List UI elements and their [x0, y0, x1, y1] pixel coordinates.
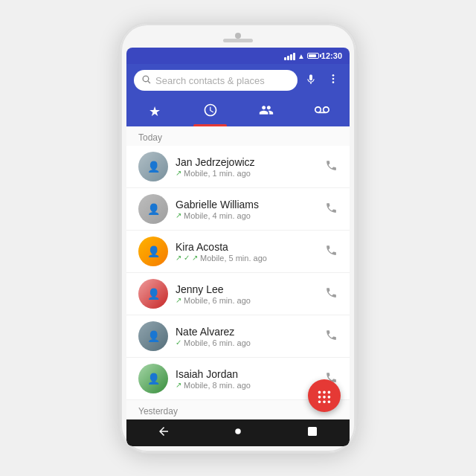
call-button[interactable] [322, 283, 341, 305]
section-label-today: Today [126, 126, 350, 146]
tab-contacts[interactable] [238, 97, 294, 126]
tab-favorites[interactable]: ★ [126, 97, 182, 126]
svg-point-0 [143, 76, 149, 82]
tabs-bar: ★ [126, 97, 350, 126]
contact-detail: ↗ Mobile, 6 min. ago [176, 296, 315, 305]
call-button[interactable] [322, 156, 341, 178]
svg-point-4 [332, 81, 335, 83]
svg-point-2 [332, 74, 335, 77]
call-arrow-icon: ↗ [176, 381, 181, 389]
svg-point-3 [332, 78, 335, 80]
svg-point-5 [235, 428, 241, 434]
contact-detail: ↗ Mobile, 8 min. ago [176, 381, 315, 390]
status-time: 12:30 [321, 51, 342, 60]
recents-icon [203, 103, 218, 121]
call-arrow-icon: ↗ [176, 296, 181, 304]
svg-line-1 [148, 81, 150, 83]
search-input-wrapper[interactable]: Search contacts & places [134, 70, 298, 91]
list-item[interactable]: 👤 Kira Acosta ↗ ✓ ↗ Mobile, 5 min. ago [126, 231, 350, 273]
tab-recents[interactable] [182, 97, 238, 126]
contact-info: Jenny Lee ↗ Mobile, 6 min. ago [176, 283, 315, 305]
more-options-button[interactable] [324, 71, 342, 89]
phone-device: ▲ 12:30 Search contacts & places [119, 22, 357, 454]
search-bar: Search contacts & places [126, 64, 350, 97]
contact-info: Jan Jedrzejowicz ↗ Mobile, 1 min. ago [176, 156, 315, 178]
contact-detail: ↗ ✓ ↗ Mobile, 5 min. ago [176, 254, 315, 263]
phone-speaker [223, 39, 253, 42]
contact-info: Nate Alvarez ✓ Mobile, 6 min. ago [176, 326, 315, 347]
avatar: 👤 [138, 364, 168, 393]
signal-icon [284, 51, 295, 60]
content-area: Today 👤 Jan Jedrzejowicz ↗ Mobile, 1 min… [126, 126, 350, 419]
call-outgoing-icon2: ↗ [192, 254, 198, 262]
check-icon: ✓ [176, 338, 181, 347]
contact-detail: ✓ Mobile, 6 min. ago [176, 338, 315, 347]
battery-icon [307, 53, 319, 59]
check-icon: ✓ [184, 254, 190, 262]
bottom-nav [126, 419, 350, 446]
contact-name: Isaiah Jordan [176, 368, 315, 380]
section-today: Today 👤 Jan Jedrzejowicz ↗ Mobile, 1 min… [126, 126, 350, 400]
call-button[interactable] [322, 241, 341, 263]
contact-info: Gabrielle Williams ↗ Mobile, 4 min. ago [176, 199, 315, 220]
contact-list-today: 👤 Jan Jedrzejowicz ↗ Mobile, 1 min. ago [126, 146, 350, 400]
contact-info: Kira Acosta ↗ ✓ ↗ Mobile, 5 min. ago [176, 241, 315, 263]
search-icon [141, 74, 151, 86]
dialpad-icon [316, 387, 332, 404]
contact-detail: ↗ Mobile, 4 min. ago [176, 211, 315, 220]
list-item[interactable]: 👤 Jan Jedrzejowicz ↗ Mobile, 1 min. ago [126, 146, 350, 188]
call-button[interactable] [322, 326, 341, 347]
recents-button[interactable] [295, 422, 329, 444]
avatar: 👤 [138, 237, 168, 266]
contact-name: Nate Alvarez [176, 326, 315, 338]
dialpad-fab-button[interactable] [308, 379, 341, 412]
contact-name: Gabrielle Williams [176, 199, 315, 210]
call-arrow-icon: ↗ [176, 211, 181, 219]
contact-name: Kira Acosta [176, 241, 315, 253]
phone-camera [235, 33, 241, 39]
avatar: 👤 [138, 321, 168, 351]
status-icons: ▲ 12:30 [284, 51, 342, 60]
phone-top-bar [126, 31, 350, 48]
avatar: 👤 [138, 194, 168, 224]
status-bar: ▲ 12:30 [126, 48, 350, 64]
svg-rect-6 [308, 427, 317, 436]
avatar: 👤 [138, 279, 168, 309]
contacts-icon [259, 103, 274, 121]
back-button[interactable] [147, 422, 181, 444]
list-item[interactable]: 👤 Gabrielle Williams ↗ Mobile, 4 min. ag… [126, 188, 350, 231]
voicemail-icon [315, 103, 329, 121]
call-outgoing-icon: ↗ [176, 254, 181, 262]
call-button[interactable] [322, 199, 341, 220]
list-item[interactable]: 👤 Nate Alvarez ✓ Mobile, 6 min. ago [126, 315, 350, 358]
wifi-icon: ▲ [298, 52, 305, 60]
contact-detail: ↗ Mobile, 1 min. ago [176, 169, 315, 178]
contact-info: Isaiah Jordan ↗ Mobile, 8 min. ago [176, 368, 315, 390]
call-arrow-icon: ↗ [176, 169, 181, 177]
tab-voicemail[interactable] [294, 97, 350, 126]
phone-screen: ▲ 12:30 Search contacts & places [126, 48, 350, 446]
mic-button[interactable] [303, 72, 318, 89]
contact-name: Jenny Lee [176, 283, 315, 295]
contact-name: Jan Jedrzejowicz [176, 156, 315, 168]
home-button[interactable] [221, 422, 255, 444]
search-placeholder: Search contacts & places [155, 75, 290, 86]
avatar: 👤 [138, 152, 168, 181]
list-item[interactable]: 👤 Jenny Lee ↗ Mobile, 6 min. ago [126, 273, 350, 315]
favorites-icon: ★ [149, 103, 161, 120]
